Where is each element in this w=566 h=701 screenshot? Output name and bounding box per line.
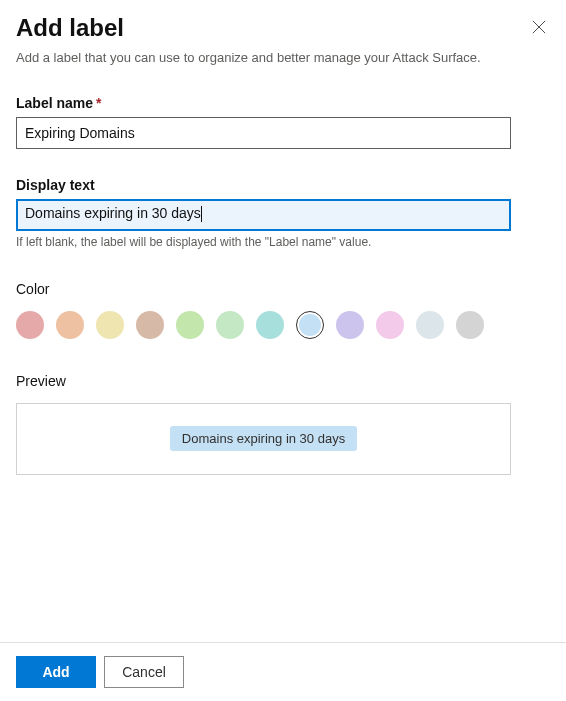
required-indicator: * xyxy=(96,95,101,111)
color-swatch-inner xyxy=(299,314,321,336)
dialog-footer: Add Cancel xyxy=(0,642,566,701)
preview-label: Preview xyxy=(16,373,550,389)
color-swatch-1[interactable] xyxy=(56,311,84,339)
label-name-text: Label name xyxy=(16,95,93,111)
color-swatch-9[interactable] xyxy=(376,311,404,339)
text-cursor xyxy=(201,206,202,222)
color-swatches xyxy=(16,311,550,339)
color-swatch-10[interactable] xyxy=(416,311,444,339)
color-swatch-4[interactable] xyxy=(176,311,204,339)
close-button[interactable] xyxy=(528,16,550,38)
color-swatch-6[interactable] xyxy=(256,311,284,339)
label-name-input[interactable] xyxy=(16,117,511,149)
preview-box: Domains expiring in 30 days xyxy=(16,403,511,475)
display-text-helper: If left blank, the label will be display… xyxy=(16,235,550,249)
color-swatch-7[interactable] xyxy=(296,311,324,339)
color-label: Color xyxy=(16,281,550,297)
page-title: Add label xyxy=(16,14,124,43)
display-text-value: Domains expiring in 30 days xyxy=(25,205,201,221)
page-description: Add a label that you can use to organize… xyxy=(16,49,550,67)
label-name-label: Label name* xyxy=(16,95,550,111)
color-swatch-2[interactable] xyxy=(96,311,124,339)
cancel-button[interactable]: Cancel xyxy=(104,656,184,688)
color-swatch-0[interactable] xyxy=(16,311,44,339)
add-button[interactable]: Add xyxy=(16,656,96,688)
color-swatch-11[interactable] xyxy=(456,311,484,339)
display-text-input[interactable]: Domains expiring in 30 days xyxy=(16,199,511,231)
display-text-label: Display text xyxy=(16,177,550,193)
color-swatch-5[interactable] xyxy=(216,311,244,339)
close-icon xyxy=(532,20,546,34)
color-swatch-8[interactable] xyxy=(336,311,364,339)
preview-chip: Domains expiring in 30 days xyxy=(170,426,357,451)
color-swatch-3[interactable] xyxy=(136,311,164,339)
